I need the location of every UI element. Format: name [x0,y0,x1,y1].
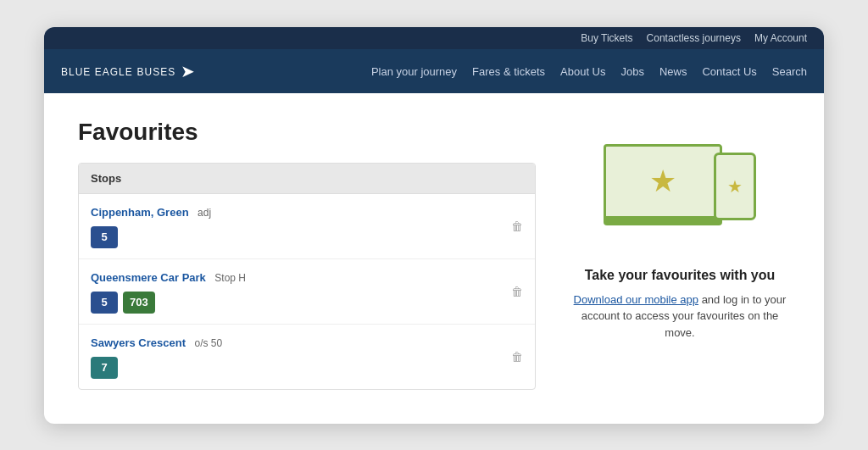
page-title: Favourites [78,119,536,146]
stop-qualifier-queensmere: Stop H [214,272,246,284]
download-app-link[interactable]: Download our mobile app [574,293,698,306]
nav-contact-us[interactable]: Contact Us [702,65,756,78]
nav-news[interactable]: News [659,65,687,78]
device-illustration: ★ ★ [595,136,765,254]
logo-bird-icon: ➤ [181,61,195,81]
phone-star-icon: ★ [727,176,743,197]
route-badge-7: 7 [91,357,118,379]
logo: BLUE EAGLE BUSES ➤ [61,61,195,81]
laptop-base [604,219,722,225]
nav-plan-journey[interactable]: Plan your journey [371,65,457,78]
laptop-screen: ★ [604,144,722,219]
nav-jobs[interactable]: Jobs [621,65,644,78]
delete-icon-cippenham[interactable]: 🗑 [511,219,523,233]
nav-search[interactable]: Search [772,65,807,78]
promo-text: Download our mobile app and log in to yo… [570,292,790,342]
table-header: Stops [79,164,535,194]
delete-icon-queensmere[interactable]: 🗑 [511,285,523,298]
favourites-table: Stops Cippenham, Green adj 5 🗑 Queensmer… [78,163,536,390]
stop-name-cippenham[interactable]: Cippenham, Green [91,206,189,219]
main-nav: BLUE EAGLE BUSES ➤ Plan your journey Far… [44,49,824,93]
nav-links: Plan your journey Fares & tickets About … [371,64,807,79]
route-badge: 5 [91,226,118,248]
stop-name-sawyers[interactable]: Sawyers Crescent [91,336,186,349]
contactless-journeys-link[interactable]: Contactless journeys [647,32,741,44]
left-panel: Favourites Stops Cippenham, Green adj 5 … [78,119,536,390]
stop-row: Sawyers Crescent o/s 50 7 🗑 [79,325,535,389]
nav-about-us[interactable]: About Us [560,65,605,78]
logo-text: BLUE EAGLE BUSES [61,64,175,78]
stop-row: Cippenham, Green adj 5 🗑 [79,194,535,259]
route-badge-703: 703 [123,292,155,314]
my-account-link[interactable]: My Account [754,32,807,44]
stop-name-queensmere[interactable]: Queensmere Car Park [91,271,206,284]
route-badges-cippenham: 5 [91,226,523,248]
right-panel: ★ ★ Take your favourites with you Downlo… [570,119,790,390]
phone-icon: ★ [714,153,756,220]
utility-bar: Buy Tickets Contactless journeys My Acco… [44,27,824,49]
route-badges-queensmere: 5 703 [91,292,523,314]
laptop-star-icon: ★ [649,164,676,199]
route-badges-sawyers: 7 [91,357,523,379]
stop-row: Queensmere Car Park Stop H 5 703 🗑 [79,259,535,325]
browser-frame: Buy Tickets Contactless journeys My Acco… [44,27,824,424]
promo-title: Take your favourites with you [585,268,776,283]
stop-qualifier-sawyers: o/s 50 [194,337,222,349]
buy-tickets-link[interactable]: Buy Tickets [581,32,632,44]
stop-qualifier-cippenham: adj [198,207,211,219]
laptop-icon: ★ [604,144,722,229]
route-badge-5: 5 [91,292,118,314]
page-content: Favourites Stops Cippenham, Green adj 5 … [44,93,824,424]
nav-fares-tickets[interactable]: Fares & tickets [472,65,545,78]
delete-icon-sawyers[interactable]: 🗑 [511,350,523,364]
